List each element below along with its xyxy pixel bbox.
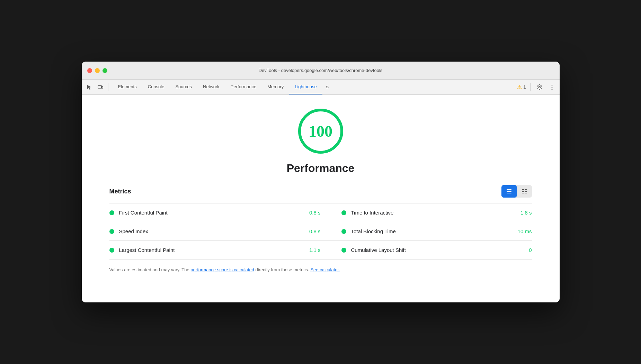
tab-elements[interactable]: Elements [113,80,142,94]
toolbar-icon-group [84,82,110,92]
close-button[interactable] [87,68,92,73]
tbt-dot [341,229,346,234]
svg-point-4 [551,89,552,90]
toolbar-separator [108,83,108,91]
tab-console[interactable]: Console [142,80,170,94]
score-value: 100 [309,122,332,140]
svg-rect-12 [522,193,524,193]
svg-rect-1 [101,87,103,88]
more-options-button[interactable] [547,82,557,92]
score-section: 100 Performance [109,109,532,175]
warning-icon: ⚠ [517,84,522,90]
settings-button[interactable] [535,82,544,92]
footer-note: Values are estimated and may vary. The p… [109,266,532,273]
metric-row-tti-right: Time to Interactive 1.8 s [321,203,532,222]
toolbar-separator-right [530,83,531,91]
footer-text-before: Values are estimated and may vary. The [109,267,191,272]
tab-sources[interactable]: Sources [170,80,197,94]
svg-rect-11 [525,191,527,192]
warning-count: 1 [523,84,526,90]
si-value: 0.8 s [309,228,321,234]
lcp-dot [109,248,114,253]
si-dot [109,229,114,234]
fcp-name: First Contentful Paint [119,210,304,216]
lcp-name: Largest Contentful Paint [119,247,304,253]
traffic-lights [87,68,107,73]
cls-dot [341,248,346,253]
fcp-dot [109,210,114,215]
svg-rect-9 [525,189,527,190]
svg-rect-10 [522,191,524,192]
tab-performance[interactable]: Performance [225,80,262,94]
svg-point-3 [551,87,552,88]
tti-dot [341,210,346,215]
view-grid-button[interactable] [501,185,517,198]
footer-text-between: directly from these metrics. [254,267,311,272]
main-content: 100 Performance Metrics [82,95,560,302]
view-toggle [501,185,532,198]
tbt-value: 10 ms [518,228,532,234]
warning-badge[interactable]: ⚠ 1 [517,84,526,90]
tbt-name: Total Blocking Time [351,228,512,234]
svg-point-2 [551,84,552,85]
metrics-section: Metrics [109,185,532,273]
tab-network[interactable]: Network [197,80,225,94]
svg-rect-8 [522,189,524,190]
tab-bar: Elements Console Sources Network Perform… [113,80,517,94]
title-bar: DevTools - developers.google.com/web/too… [82,62,560,80]
tti-name: Time to Interactive [351,210,515,216]
svg-rect-0 [98,85,101,88]
view-list-button[interactable] [517,185,532,198]
si-name: Speed Index [119,228,304,234]
score-label: Performance [287,162,355,175]
toolbar-right-actions: ⚠ 1 [517,82,557,92]
tab-memory[interactable]: Memory [262,80,289,94]
devtools-toolbar: Elements Console Sources Network Perform… [82,80,560,95]
score-circle: 100 [298,109,343,154]
metrics-title: Metrics [109,188,131,195]
metrics-header: Metrics [109,185,532,198]
svg-rect-6 [507,191,511,192]
metric-row-cls-right: Cumulative Layout Shift 0 [321,241,532,260]
tab-lighthouse[interactable]: Lighthouse [289,80,322,94]
svg-rect-5 [507,189,511,190]
performance-score-link[interactable]: performance score is calculated [190,267,254,272]
metric-row-fcp-left: First Contentful Paint 0.8 s [109,203,321,222]
metric-row-lcp-left: Largest Contentful Paint 1.1 s [109,241,321,260]
tti-value: 1.8 s [520,210,532,216]
inspect-icon[interactable] [84,82,94,92]
calculator-link[interactable]: See calculator. [310,267,340,272]
maximize-button[interactable] [103,68,107,73]
devtools-window: DevTools - developers.google.com/web/too… [82,62,560,302]
device-toggle-icon[interactable] [96,82,105,92]
cls-name: Cumulative Layout Shift [351,247,524,253]
fcp-value: 0.8 s [309,210,321,216]
metric-row-si-left: Speed Index 0.8 s [109,222,321,241]
svg-rect-13 [525,193,527,193]
lcp-value: 1.1 s [309,247,321,253]
cls-value: 0 [529,247,532,253]
window-title: DevTools - developers.google.com/web/too… [259,68,383,73]
more-tabs-button[interactable]: » [322,80,332,94]
metrics-grid: First Contentful Paint 0.8 s Time to Int… [109,203,532,260]
minimize-button[interactable] [95,68,100,73]
metric-row-tbt-right: Total Blocking Time 10 ms [321,222,532,241]
svg-rect-7 [507,193,511,193]
